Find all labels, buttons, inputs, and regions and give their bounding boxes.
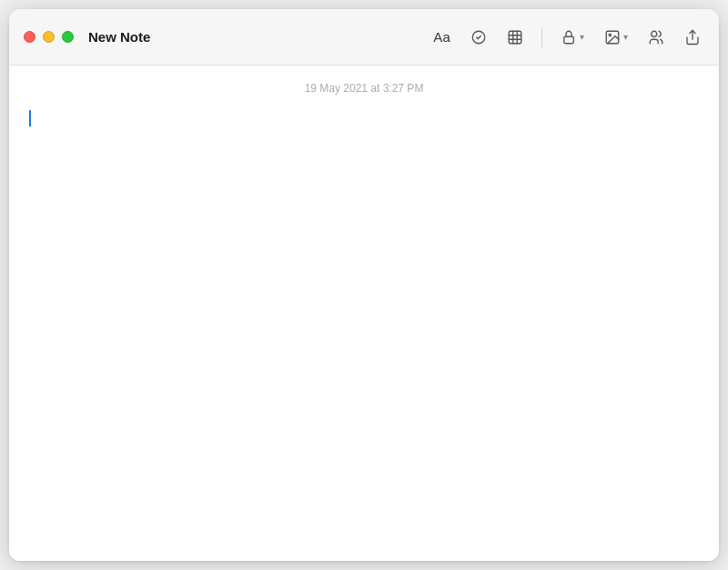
note-date: 19 May 2021 at 3:27 PM (305, 82, 424, 95)
text-cursor (29, 110, 31, 127)
window-title: New Note (88, 29, 150, 45)
lock-chevron: ▾ (580, 32, 584, 42)
media-button[interactable]: ▾ (601, 27, 632, 47)
notes-window: New Note Aa (9, 9, 719, 561)
svg-point-9 (652, 31, 657, 36)
svg-rect-1 (509, 31, 521, 44)
format-button[interactable]: Aa (430, 27, 454, 46)
collab-button[interactable] (644, 27, 668, 47)
content-area[interactable]: 19 May 2021 at 3:27 PM (9, 66, 719, 561)
media-chevron: ▾ (623, 32, 628, 42)
svg-rect-6 (564, 36, 574, 44)
note-editor[interactable] (9, 109, 719, 561)
media-icon (604, 29, 621, 46)
share-icon (684, 29, 701, 46)
collab-icon (648, 29, 664, 46)
titlebar: New Note Aa (9, 9, 719, 66)
lock-button[interactable]: ▾ (557, 27, 588, 47)
close-button[interactable] (24, 31, 35, 43)
checklist-icon (470, 29, 487, 46)
checklist-button[interactable] (467, 27, 490, 47)
lock-icon (561, 29, 577, 46)
minimize-button[interactable] (43, 31, 55, 43)
window-controls (24, 31, 74, 43)
format-label: Aa (433, 29, 450, 45)
table-button[interactable] (503, 27, 527, 47)
toolbar: Aa (430, 27, 704, 47)
maximize-button[interactable] (62, 31, 74, 43)
toolbar-divider-1 (541, 27, 542, 47)
share-button[interactable] (681, 27, 704, 47)
table-icon (507, 29, 523, 46)
svg-point-8 (609, 34, 611, 36)
